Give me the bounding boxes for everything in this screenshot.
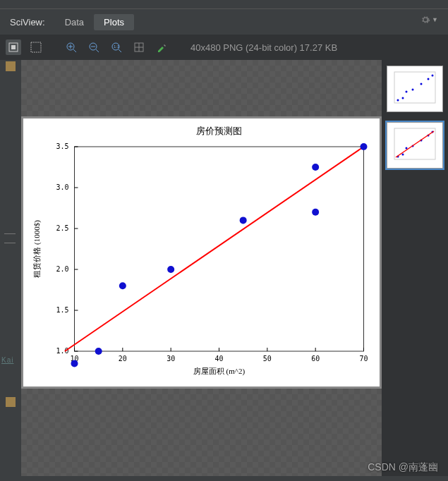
svg-line-4	[73, 49, 76, 52]
svg-point-58	[397, 99, 399, 102]
sciview-label: SciView:	[0, 17, 55, 28]
gutter-fold-icon	[4, 233, 16, 243]
editor-gutter: Kai	[0, 60, 21, 476]
svg-rect-2	[31, 42, 41, 52]
svg-point-54	[312, 164, 319, 171]
viewer-bg-bottom	[21, 389, 382, 476]
chevron-down-icon: ▼	[432, 16, 438, 23]
svg-point-53	[312, 209, 319, 216]
gutter-kai-label: Kai	[1, 356, 13, 364]
svg-text:3.5: 3.5	[56, 142, 68, 150]
svg-point-69	[406, 147, 408, 150]
thumbnail-1[interactable]	[387, 66, 443, 112]
svg-point-50	[119, 282, 126, 289]
zoom-reset-button[interactable]: 1:1	[109, 39, 124, 55]
color-picker-button[interactable]	[154, 39, 169, 55]
viewer-bg-top	[21, 60, 382, 116]
svg-rect-1	[11, 45, 16, 49]
gutter-mark-icon	[6, 61, 16, 71]
svg-text:租赁价格 (1000$): 租赁价格 (1000$)	[32, 220, 42, 278]
sciview-tabbar: SciView: Data Plots ▼	[0, 9, 448, 35]
svg-point-55	[361, 143, 368, 150]
main-row: Kai 房价预测图102030405060701.01.52.02.53.03.…	[0, 60, 448, 476]
svg-text:70: 70	[359, 355, 368, 363]
svg-point-62	[420, 83, 423, 85]
svg-point-60	[406, 91, 408, 93]
bottom-bar: ▼	[0, 476, 448, 481]
svg-point-64	[432, 75, 434, 77]
grid-toggle-button[interactable]	[131, 39, 147, 55]
image-toolbar: 1:1 40x480 PNG (24-bit color) 17.27 KB	[0, 35, 448, 60]
svg-rect-65	[387, 123, 442, 168]
tab-data[interactable]: Data	[55, 14, 94, 30]
svg-point-51	[167, 266, 174, 273]
zoom-out-button[interactable]	[86, 39, 102, 55]
svg-rect-56	[387, 66, 442, 111]
svg-text:20: 20	[119, 355, 127, 363]
svg-text:30: 30	[167, 355, 175, 363]
actual-size-button[interactable]	[28, 39, 44, 55]
svg-text:1.5: 1.5	[56, 306, 68, 314]
svg-text:房价预测图: 房价预测图	[196, 126, 242, 136]
svg-point-49	[95, 348, 102, 355]
gutter-mark-icon	[6, 397, 16, 407]
tab-plots[interactable]: Plots	[94, 14, 134, 30]
svg-point-68	[402, 154, 404, 156]
svg-rect-16	[25, 118, 378, 386]
thumbnail-2[interactable]	[387, 122, 443, 169]
svg-text:2.5: 2.5	[56, 224, 68, 232]
settings-gear-icon[interactable]: ▼	[420, 15, 438, 25]
plot-viewer: 房价预测图102030405060701.01.52.02.53.03.5房屋面…	[21, 60, 382, 476]
svg-point-48	[71, 360, 78, 367]
zoom-in-button[interactable]	[63, 39, 79, 55]
svg-text:50: 50	[263, 355, 272, 363]
svg-point-61	[412, 89, 414, 91]
svg-point-63	[428, 78, 430, 80]
svg-text:3.0: 3.0	[56, 183, 68, 191]
svg-line-11	[119, 49, 121, 52]
image-info-text: 40x480 PNG (24-bit color) 17.27 KB	[190, 42, 337, 53]
svg-text:1:1: 1:1	[114, 44, 120, 49]
svg-text:40: 40	[214, 355, 223, 363]
svg-line-8	[96, 49, 99, 52]
main-plot[interactable]: 房价预测图102030405060701.01.52.02.53.03.5房屋面…	[21, 116, 382, 389]
svg-point-52	[240, 217, 247, 224]
svg-text:2.0: 2.0	[56, 265, 68, 273]
svg-text:1.0: 1.0	[56, 347, 68, 355]
window-top-strip	[0, 0, 448, 9]
svg-text:60: 60	[311, 355, 320, 363]
svg-point-59	[402, 97, 404, 99]
plot-thumbnails	[382, 60, 448, 476]
watermark-text: CSDN @南蓬幽	[368, 461, 438, 474]
svg-text:房屋面积 (m^2): 房屋面积 (m^2)	[193, 367, 246, 376]
fit-to-window-button[interactable]	[6, 39, 21, 55]
